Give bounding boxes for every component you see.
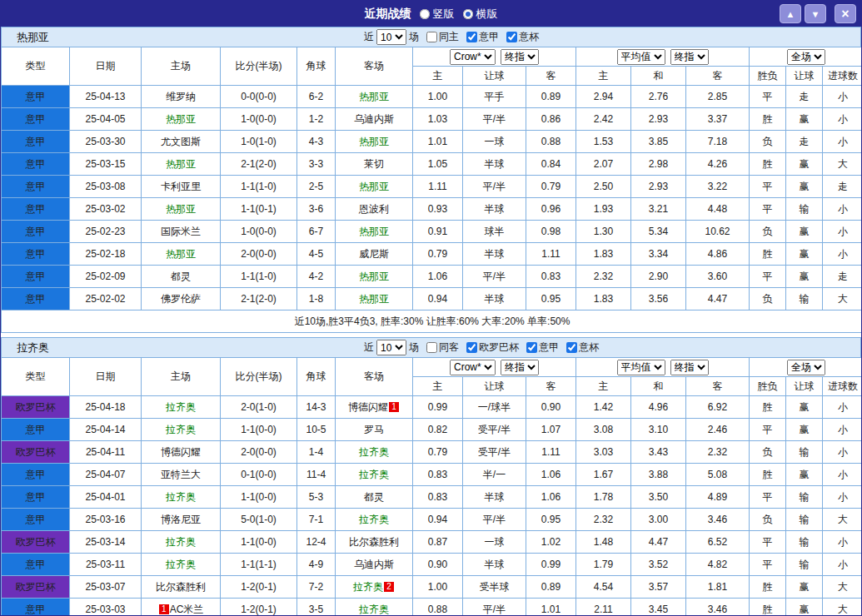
league-cell: 意甲 — [2, 554, 70, 576]
asia-handicap: 平/半 — [463, 108, 526, 131]
euro-time-select[interactable]: 终指 — [670, 360, 709, 375]
filter-checkbox-3[interactable]: 意甲 — [526, 340, 559, 355]
goals-result-cell: 大 — [823, 288, 862, 310]
result-cell: 胜 — [750, 153, 786, 176]
checkbox-input[interactable] — [426, 342, 437, 353]
euro-draw-odds: 3.57 — [631, 576, 686, 599]
asia-handicap: 半球 — [463, 486, 526, 509]
result-cell: 胜 — [750, 464, 786, 486]
table-row: 欧罗巴杯25-03-07比尔森胜利1-2(0-1)7-2拉齐奥21.00受半球0… — [2, 576, 862, 599]
checkbox-input[interactable] — [466, 32, 477, 42]
handicap-result-cell: 赢 — [786, 266, 823, 288]
team-label: 热那亚 — [359, 293, 389, 305]
team-label: 都灵 — [364, 491, 384, 503]
asia-away-odds: 0.95 — [526, 288, 576, 310]
euro-away-odds: 4.48 — [686, 198, 750, 221]
asia-home-odds: 1.06 — [413, 266, 463, 288]
asia-away-odds: 0.83 — [526, 266, 576, 288]
odds-time-select[interactable]: 终指 — [501, 49, 539, 65]
asia-away-odds: 0.99 — [526, 554, 576, 576]
home-team-cell: 拉齐奥 — [142, 554, 221, 576]
odds-time-select[interactable]: 终指 — [501, 360, 539, 375]
table-row: 意甲25-03-30尤文图斯1-0(1-0)4-3热那亚1.01一球0.881.… — [2, 131, 862, 153]
home-team-cell: 卡利亚里 — [142, 176, 221, 198]
layout-radio-horizontal[interactable]: 横版 — [463, 7, 498, 22]
scope-select[interactable]: 全场 — [787, 49, 825, 65]
filter-checkbox-2[interactable]: 欧罗巴杯 — [466, 340, 519, 355]
odds-source-select[interactable]: Crow* — [450, 360, 496, 375]
match-count-select[interactable]: 10 — [376, 29, 406, 45]
scope-select[interactable]: 全场 — [787, 360, 825, 375]
table-row: 意甲25-04-07亚特兰大0-1(0-0)11-4拉齐奥0.83半/一1.06… — [2, 464, 862, 486]
handicap-result-cell: 输 — [786, 441, 823, 464]
home-team-cell: 博德闪耀 — [142, 441, 221, 464]
filter-checkbox-4[interactable]: 意杯 — [566, 340, 599, 355]
checkbox-input[interactable] — [526, 342, 537, 353]
filter-checkbox-3[interactable]: 意杯 — [506, 30, 539, 44]
recent-results-panel: 近期战绩 竖版 横版 ▲ ▼ × 热那亚近10场同主意甲意杯类型日期主场比分(半… — [0, 0, 862, 616]
asia-handicap: 一球 — [463, 131, 526, 153]
asia-away-odds: 0.86 — [526, 108, 576, 131]
euro-source-select[interactable]: 平均值 — [617, 49, 665, 65]
checkbox-input[interactable] — [566, 342, 577, 353]
euro-away-odds: 4.82 — [686, 554, 750, 576]
match-count-select[interactable]: 10 — [376, 340, 406, 355]
filter-checkbox-1[interactable]: 同客 — [426, 340, 459, 355]
goals-result-cell: 大 — [823, 576, 862, 599]
asia-handicap: 一/球半 — [463, 396, 526, 419]
away-team-cell: 乌迪内斯 — [336, 108, 413, 131]
column-subheader: 进球数 — [823, 377, 862, 396]
team-label: 热那亚 — [359, 181, 389, 192]
team-label: 拉齐奥 — [359, 469, 389, 480]
euro-time-select[interactable]: 终指 — [670, 49, 709, 65]
euro-draw-odds: 3.52 — [631, 554, 686, 576]
filter-checkbox-1[interactable]: 同主 — [426, 30, 459, 44]
euro-home-odds: 1.30 — [576, 221, 631, 243]
red-card-badge: 1 — [159, 604, 169, 614]
handicap-result-cell: 赢 — [786, 576, 823, 599]
league-cell: 意甲 — [2, 131, 70, 153]
score-cell: 1-1(1-1) — [221, 554, 297, 576]
corner-cell: 12-4 — [297, 531, 336, 554]
team-label: 拉齐奥 — [359, 514, 389, 525]
league-cell: 意甲 — [2, 108, 70, 131]
move-up-button[interactable]: ▲ — [780, 4, 801, 23]
asia-handicap: 受平/半 — [463, 441, 526, 464]
asia-handicap: 受半球 — [463, 576, 526, 599]
checkbox-input[interactable] — [506, 32, 517, 42]
team-label: 拉齐奥 — [166, 424, 196, 435]
date-cell: 25-02-02 — [70, 288, 142, 310]
date-cell: 25-03-11 — [70, 554, 142, 576]
date-cell: 25-03-03 — [70, 599, 142, 616]
column-subheader: 客 — [686, 377, 750, 396]
checkbox-input[interactable] — [466, 342, 477, 353]
euro-source-select[interactable]: 平均值 — [617, 360, 665, 375]
euro-home-odds: 2.11 — [576, 599, 631, 616]
euro-away-odds: 6.52 — [686, 531, 750, 554]
team-label: 威尼斯 — [359, 248, 389, 260]
odds-source-select[interactable]: Crow* — [450, 49, 496, 65]
team-label: 尤文图斯 — [161, 136, 201, 147]
filter-label-games: 场 — [409, 30, 419, 44]
away-team-cell: 乌迪内斯 — [336, 554, 413, 576]
euro-away-odds: 7.18 — [686, 131, 750, 153]
team-label: 热那亚 — [359, 271, 389, 282]
handicap-result-cell: 输 — [786, 486, 823, 509]
column-header: 类型 — [2, 358, 70, 396]
asia-away-odds: 1.06 — [526, 464, 576, 486]
close-button[interactable]: × — [835, 4, 856, 23]
team-label: 博德闪耀 — [161, 446, 201, 458]
red-card-badge: 2 — [384, 582, 394, 592]
move-down-button[interactable]: ▼ — [805, 4, 826, 23]
layout-radio-vertical[interactable]: 竖版 — [420, 7, 455, 22]
euro-odds-dropdowns: 平均值终指 — [576, 358, 750, 377]
date-cell: 25-04-18 — [70, 396, 142, 419]
table-row: 欧罗巴杯25-04-11博德闪耀2-0(0-0)1-4拉齐奥0.79受平/半1.… — [2, 441, 862, 464]
team-label: 热那亚 — [359, 136, 389, 147]
goals-result-cell: 小 — [823, 243, 862, 266]
league-cell: 意甲 — [2, 464, 70, 486]
checkbox-input[interactable] — [426, 32, 437, 42]
handicap-result-cell: 赢 — [786, 464, 823, 486]
filter-checkbox-2[interactable]: 意甲 — [466, 30, 499, 44]
euro-draw-odds: 3.43 — [631, 441, 686, 464]
